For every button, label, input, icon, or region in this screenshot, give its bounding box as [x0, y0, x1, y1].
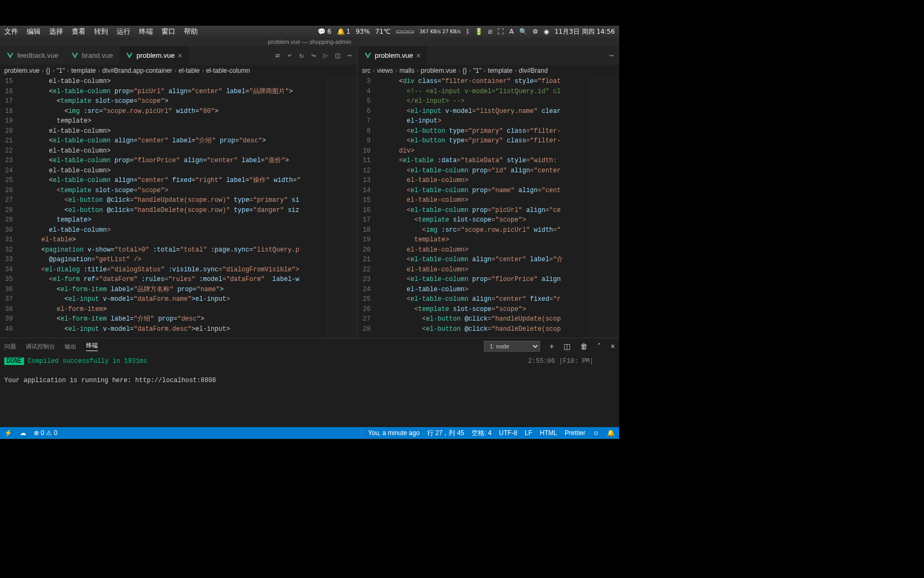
- breadcrumb-item[interactable]: "1": [57, 67, 65, 74]
- bluetooth-icon[interactable]: ᛒ: [466, 28, 469, 35]
- macos-menubar: 文件 编辑 选择 查看 转到 运行 终端 窗口 帮助 💬 6 🔔 1 93% 7…: [0, 26, 619, 37]
- breadcrumb-item[interactable]: div#Brand.app-container: [102, 67, 172, 74]
- clock[interactable]: 11月3日 周四 14:56: [555, 27, 615, 36]
- breadcrumb-right[interactable]: src› views› malls› problem.vue› {}› "1"›…: [357, 65, 619, 77]
- eol[interactable]: LF: [525, 429, 532, 437]
- encoding[interactable]: UTF-8: [499, 429, 517, 437]
- wechat-icon[interactable]: 💬 6: [318, 28, 332, 35]
- vue-icon: [71, 52, 79, 59]
- vue-icon: [364, 52, 372, 59]
- tab-label: problem.vue: [136, 51, 175, 59]
- control-center-icon[interactable]: ⚙: [533, 28, 538, 35]
- breadcrumb-left[interactable]: problem.vue› {}› "1"› template› div#Bran…: [0, 65, 357, 77]
- editor-left[interactable]: 1516171819202122232425262728293031323334…: [0, 77, 357, 338]
- menu-window[interactable]: 窗口: [161, 27, 175, 36]
- panel-tab-problems[interactable]: 问题: [4, 343, 16, 351]
- breadcrumb-item[interactable]: views: [377, 67, 393, 74]
- breadcrumb-item[interactable]: template: [71, 67, 96, 74]
- code-content[interactable]: <div class="filter-container" style="flo…: [376, 77, 587, 334]
- new-terminal-icon[interactable]: +: [550, 342, 554, 351]
- feedback-icon[interactable]: ☺: [593, 429, 599, 437]
- done-badge: DONE: [4, 358, 24, 365]
- language-mode[interactable]: HTML: [540, 429, 557, 437]
- menu-terminal[interactable]: 终端: [139, 27, 153, 36]
- search-icon[interactable]: 🔍: [519, 28, 527, 35]
- battery-icon[interactable]: ▭▭▭: [396, 28, 414, 35]
- tabs-left-group: feedback.vue brand.vue problem.vue × ⇄ ↶…: [0, 46, 357, 65]
- kill-terminal-icon[interactable]: 🗑: [580, 342, 588, 351]
- tab-brand[interactable]: brand.vue: [65, 46, 119, 65]
- breadcrumb-item[interactable]: {}: [463, 67, 467, 74]
- network-speed: 367 KB/s 27 KB/s: [420, 29, 461, 34]
- tab-label: feedback.vue: [17, 51, 58, 59]
- prettier[interactable]: Prettier: [565, 429, 586, 437]
- tab-feedback[interactable]: feedback.vue: [0, 46, 65, 65]
- battery-status-icon[interactable]: 🔋: [475, 28, 483, 35]
- tabs-right-group: problem.vue × ⋯: [357, 46, 619, 65]
- minimap[interactable]: [326, 77, 357, 338]
- close-icon[interactable]: ×: [178, 51, 182, 60]
- breadcrumb-item[interactable]: {}: [46, 67, 50, 74]
- split-icon[interactable]: ◫: [335, 51, 340, 60]
- indent[interactable]: 空格: 4: [472, 429, 491, 438]
- breadcrumb-item[interactable]: src: [362, 67, 371, 74]
- terminal-timestamp: 2:55:06 |F10: PM|: [528, 356, 594, 366]
- run-icon[interactable]: ▷: [324, 51, 328, 60]
- menu-view[interactable]: 查看: [72, 27, 86, 36]
- menu-help[interactable]: 帮助: [184, 27, 198, 36]
- status-bar: ⚡ ☁ ⊗ 0 ⚠ 0 👤 You, a minute ago 行 27，列 4…: [0, 427, 619, 439]
- close-icon[interactable]: ×: [417, 51, 421, 60]
- refresh-icon[interactable]: ↻: [299, 51, 304, 60]
- more-icon[interactable]: ⋯: [348, 51, 352, 60]
- breadcrumb-item[interactable]: div#Brand: [519, 67, 548, 74]
- screenshot-icon[interactable]: ⛶: [497, 28, 504, 35]
- breadcrumb-item[interactable]: malls: [399, 67, 414, 74]
- minimap[interactable]: [588, 77, 619, 338]
- editor-right[interactable]: 3456789101112131415161718192021222324252…: [357, 77, 619, 338]
- breadcrumb-item[interactable]: el-table: [179, 67, 199, 74]
- tab-problem-active[interactable]: problem.vue ×: [119, 46, 189, 65]
- breadcrumb-item[interactable]: template: [488, 67, 512, 74]
- noti-icon[interactable]: 🔔 1: [337, 28, 351, 35]
- compare-icon[interactable]: ⇄: [275, 51, 280, 60]
- tab-problem-right[interactable]: problem.vue ×: [358, 46, 427, 65]
- menu-select[interactable]: 选择: [49, 27, 63, 36]
- compile-msg: Compiled successfully in 1931ms: [24, 358, 147, 365]
- panel-tab-terminal[interactable]: 终端: [86, 341, 98, 351]
- menu-go[interactable]: 转到: [94, 27, 108, 36]
- menu-edit[interactable]: 编辑: [27, 27, 41, 36]
- code-content[interactable]: el-table-column> <el-table-column prop="…: [18, 77, 325, 334]
- breadcrumb-item[interactable]: el-table-column: [206, 67, 250, 74]
- panel-tab-debug[interactable]: 调试控制台: [26, 343, 55, 351]
- panel-tab-output[interactable]: 输出: [65, 343, 76, 351]
- cpu-usage: 93%: [356, 28, 370, 35]
- bell-icon[interactable]: 🔔: [607, 429, 615, 437]
- screen-icon[interactable]: ⎚: [488, 28, 492, 35]
- window-title: problem.vue — shopping-admin: [0, 37, 619, 46]
- terminal-select[interactable]: 1: node: [484, 341, 540, 352]
- more-icon[interactable]: ⋯: [610, 51, 614, 60]
- cloud-icon[interactable]: ☁: [20, 429, 26, 437]
- input-method-icon[interactable]: A: [509, 28, 513, 35]
- breadcrumb-item[interactable]: problem.vue: [421, 67, 456, 74]
- vue-icon: [126, 52, 133, 59]
- breadcrumb-item[interactable]: problem.vue: [4, 67, 40, 74]
- maximize-panel-icon[interactable]: ˄: [597, 342, 601, 351]
- back-icon[interactable]: ↶: [287, 51, 291, 60]
- menu-run[interactable]: 运行: [117, 27, 130, 36]
- terminal-body[interactable]: 2:55:06 |F10: PM| DONE Compiled successf…: [0, 354, 619, 387]
- split-terminal-icon[interactable]: ◫: [564, 342, 571, 351]
- tab-label: brand.vue: [82, 51, 113, 59]
- git-blame[interactable]: 👤 You, a minute ago: [358, 429, 419, 437]
- remote-icon[interactable]: ⚡: [4, 429, 12, 437]
- close-panel-icon[interactable]: ×: [611, 342, 615, 351]
- temperature: 71℃: [375, 28, 391, 35]
- menu-file[interactable]: 文件: [4, 27, 18, 36]
- vscode-window: feedback.vue brand.vue problem.vue × ⇄ ↶…: [0, 46, 619, 439]
- breadcrumb-item[interactable]: "1": [473, 67, 481, 74]
- cursor-position[interactable]: 行 27，列 45: [427, 429, 464, 438]
- line-numbers: 3456789101112131415161718192021222324252…: [358, 77, 374, 334]
- siri-icon[interactable]: ◉: [543, 28, 549, 35]
- errors-count[interactable]: ⊗ 0 ⚠ 0: [34, 429, 57, 437]
- forward-icon[interactable]: ↪: [311, 51, 315, 60]
